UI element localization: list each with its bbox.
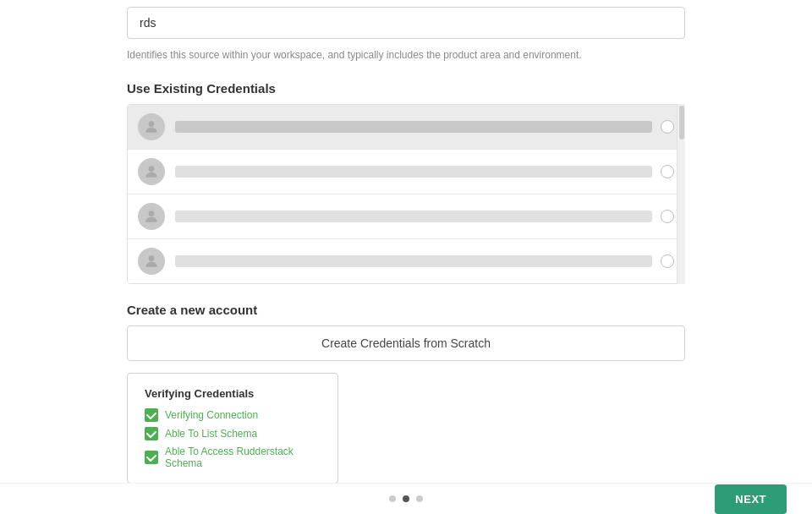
source-name-input[interactable] [127,7,685,39]
credential-item-4[interactable] [128,239,684,283]
credential-radio-3[interactable] [661,210,674,223]
verify-item-3: Able To Access Rudderstack Schema [145,446,321,469]
verifying-box: Verifying Credentials Verifying Connecti… [127,373,338,484]
dot-2 [403,495,409,502]
main-container: Identifies this source within your works… [0,0,812,514]
credential-item-3[interactable] [128,194,684,239]
create-credentials-button[interactable]: Create Credentials from Scratch [127,325,685,361]
credential-name-bar-3 [175,211,652,222]
verify-label-2: Able To List Schema [165,428,257,440]
verify-item-1: Verifying Connection [145,408,321,422]
verify-label-3: Able To Access Rudderstack Schema [165,446,321,469]
credential-name-bar-2 [175,166,652,178]
avatar-2 [138,158,165,185]
svg-point-1 [149,166,155,172]
create-new-title: Create a new account [127,303,685,317]
credentials-list [127,104,685,284]
credential-name-bar-4 [175,255,652,267]
scrollbar-thumb[interactable] [679,106,684,139]
verify-item-2: Able To List Schema [145,427,321,440]
verifying-title: Verifying Credentials [145,387,321,400]
svg-point-0 [149,121,155,127]
avatar-4 [138,248,165,275]
avatar-1 [138,113,165,140]
check-icon-3 [145,451,158,464]
credentials-wrapper [127,104,685,284]
credential-radio-4[interactable] [661,254,674,268]
credential-name-bar-1 [175,121,652,133]
credential-radio-2[interactable] [661,165,674,178]
next-button[interactable]: NEXT [715,484,787,514]
svg-point-2 [149,211,155,216]
bottom-bar: NEXT [0,483,812,514]
content-area: Identifies this source within your works… [127,0,685,484]
use-existing-title: Use Existing Credentials [127,81,685,96]
credential-radio-1[interactable] [661,120,674,134]
credential-item-1[interactable] [128,105,684,150]
svg-point-3 [149,255,155,261]
check-icon-1 [145,408,158,422]
credential-item-2[interactable] [128,150,684,194]
check-icon-2 [145,427,158,440]
avatar-3 [138,203,165,230]
pagination-dots [389,495,423,502]
dot-1 [389,495,396,502]
helper-text: Identifies this source within your works… [127,47,685,63]
verify-label-1: Verifying Connection [165,409,258,421]
dot-3 [416,495,423,502]
scrollbar-track[interactable] [677,104,685,284]
